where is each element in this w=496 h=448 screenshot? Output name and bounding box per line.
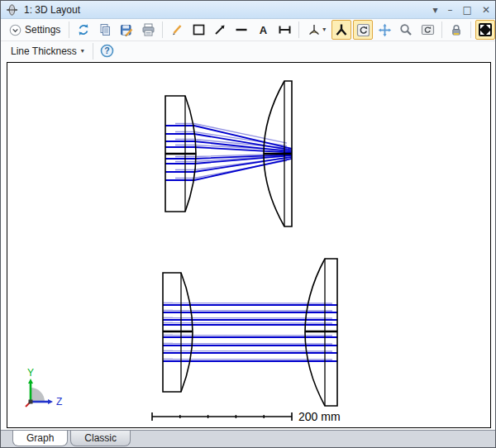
- y-axis-arrow: [28, 379, 33, 384]
- toolbar-separator: [93, 43, 93, 60]
- line-tool-button[interactable]: [231, 20, 251, 40]
- spin-tool-button[interactable]: [353, 20, 373, 40]
- tab-label: Classic: [84, 432, 117, 444]
- window-title: 1: 3D Layout: [24, 4, 433, 16]
- tab-classic[interactable]: Classic: [70, 431, 131, 446]
- rotate-tool-button[interactable]: [331, 20, 351, 40]
- z-axis-arrow: [48, 399, 53, 404]
- tab-label: Graph: [26, 432, 54, 444]
- settings-button[interactable]: Settings: [4, 21, 65, 39]
- line-thickness-dropdown[interactable]: Line Thickness ▾: [6, 43, 89, 60]
- line-thickness-label: Line Thickness: [11, 45, 77, 57]
- dimension-tool-button[interactable]: [274, 20, 294, 40]
- window-menu-button[interactable]: ▾: [433, 5, 438, 15]
- tab-strip: GraphClassic: [1, 430, 495, 447]
- light-ray: [163, 336, 332, 336]
- minimize-button[interactable]: –: [448, 5, 453, 15]
- lock-button[interactable]: [446, 20, 466, 40]
- copy-icon: [98, 23, 112, 36]
- svg-text:?: ?: [105, 45, 110, 55]
- fit-window-button[interactable]: [475, 20, 495, 40]
- svg-text:A: A: [260, 24, 268, 36]
- pencil-icon: [170, 23, 184, 36]
- reset-view-button[interactable]: [417, 20, 437, 40]
- spin-tool-icon: [356, 23, 370, 37]
- help-button[interactable]: ?: [98, 41, 117, 61]
- light-ray: [163, 344, 332, 345]
- light-ray: [163, 323, 332, 324]
- scale-label: 200 mm: [298, 410, 341, 423]
- text-tool-button[interactable]: A: [253, 20, 273, 40]
- arrow-tool-icon: [213, 23, 227, 36]
- view-orientation-icon: [308, 23, 322, 36]
- layout-canvas[interactable]: 200 mmYZ: [7, 62, 491, 428]
- light-ray: [163, 360, 332, 360]
- 3d-layout-window: 1: 3D Layout ▾ – □ ✕ Settings: [0, 0, 496, 448]
- toolbar-separator: [298, 21, 299, 38]
- save-button[interactable]: [117, 20, 136, 40]
- zoom-tool-icon: [399, 23, 413, 36]
- pan-tool-button[interactable]: [374, 20, 394, 40]
- close-button[interactable]: ✕: [482, 5, 490, 15]
- maximize-button[interactable]: □: [463, 5, 472, 15]
- axis-origin: [29, 400, 33, 404]
- layout-plot: 200 mmYZ: [7, 63, 490, 427]
- toolbar-separator: [69, 21, 69, 38]
- help-icon: ?: [100, 44, 114, 58]
- settings-label: Settings: [25, 24, 60, 36]
- print-icon: [141, 23, 155, 36]
- window-lens-icon: [6, 3, 19, 17]
- save-icon: [120, 23, 133, 36]
- line-thickness-caret-icon: ▾: [81, 48, 84, 55]
- print-button[interactable]: [138, 20, 158, 40]
- reset-view-icon: [421, 23, 435, 36]
- refresh-button[interactable]: [74, 20, 93, 40]
- view-orientation-button[interactable]: ▾: [303, 20, 330, 40]
- rectangle-tool-button[interactable]: [188, 20, 208, 40]
- toolbar-separator: [162, 21, 163, 38]
- zoom-tool-button[interactable]: [396, 20, 416, 40]
- pan-tool-icon: [378, 23, 392, 37]
- line-tool-icon: [235, 23, 248, 36]
- arrow-tool-button[interactable]: [210, 20, 230, 40]
- z-axis-label: Z: [56, 396, 62, 407]
- rotate-tool-icon: [334, 22, 349, 37]
- lock-icon: [450, 23, 463, 37]
- tab-graph[interactable]: Graph: [12, 431, 68, 446]
- title-bar: 1: 3D Layout ▾ – □ ✕: [1, 1, 495, 19]
- toolbar-separator: [441, 21, 442, 38]
- text-tool-icon: A: [257, 23, 269, 36]
- rectangle-tool-icon: [192, 23, 206, 36]
- light-ray: [163, 318, 332, 319]
- main-toolbar: Settings: [1, 19, 495, 41]
- pencil-annotate-button[interactable]: [167, 20, 187, 40]
- axis-wedge: [31, 388, 45, 402]
- view-orientation-caret-icon: ▾: [322, 26, 326, 33]
- fit-window-icon: [478, 22, 493, 37]
- toolbar-separator: [470, 21, 471, 38]
- copy-button[interactable]: [95, 20, 115, 40]
- light-ray: [163, 303, 332, 304]
- dimension-tool-icon: [278, 23, 292, 36]
- refresh-icon: [77, 23, 90, 36]
- settings-chevron-icon: [9, 24, 21, 36]
- y-axis-label: Y: [27, 367, 34, 379]
- secondary-toolbar: Line Thickness ▾ ?: [1, 41, 495, 60]
